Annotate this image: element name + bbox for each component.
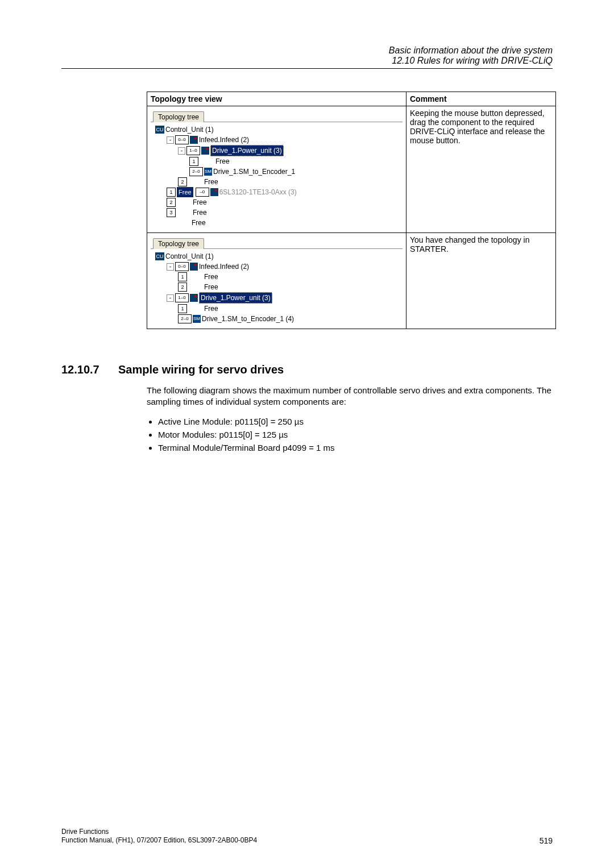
header-subtitle: 12.10 Rules for wiring with DRIVE-CLiQ bbox=[61, 56, 553, 66]
port-icon: 1 bbox=[189, 157, 198, 166]
tree-label: Free bbox=[193, 197, 207, 207]
collapse-icon[interactable]: - bbox=[167, 263, 174, 271]
footer-meta: Function Manual, (FH1), 07/2007 Edition,… bbox=[61, 836, 257, 845]
port-link-icon: 2–0 bbox=[178, 314, 192, 323]
tree-label: Free bbox=[204, 177, 218, 187]
comment-text: You have changed the topology in STARTER… bbox=[410, 235, 529, 254]
tree-label: 6SL3120-1TE13-0Axx (3) bbox=[219, 187, 297, 197]
tree-node-free[interactable]: 2 Free bbox=[155, 177, 400, 187]
port-link-icon: 0–0 bbox=[175, 135, 189, 144]
tree-node-free[interactable]: 3 Free bbox=[155, 207, 400, 218]
port-icon: 3 bbox=[167, 208, 176, 217]
col-header-tree: Topology tree view bbox=[147, 92, 406, 106]
topology-tree[interactable]: CU Control_Unit (1) - 0–0 Infeed.Infeed … bbox=[151, 122, 403, 230]
port-link-icon: 2–0 bbox=[189, 167, 203, 176]
tree-node-power-unit[interactable]: - 1–0 Drive_1.Power_unit (3) bbox=[155, 145, 400, 156]
tree-node-encoder[interactable]: 2–0 SM Drive_1.SM_to_Encoder_1 bbox=[155, 167, 400, 177]
comment-text: Keeping the mouse button depressed, drag… bbox=[410, 109, 545, 145]
comment-cell: Keeping the mouse button depressed, drag… bbox=[406, 106, 556, 233]
sensor-module-icon: SM bbox=[204, 168, 212, 176]
tree-node-free[interactable]: 1 Free bbox=[155, 156, 400, 167]
topology-tree[interactable]: CU Control_Unit (1) - 0–0 Infeed.Infeed … bbox=[151, 248, 403, 326]
tree-label: Free bbox=[204, 282, 218, 292]
sensor-module-icon: SM bbox=[193, 315, 201, 323]
section-heading: 12.10.7 Sample wiring for servo drives bbox=[61, 363, 553, 376]
port-link-icon: 1–0 bbox=[175, 293, 189, 302]
tree-label: Free bbox=[193, 207, 207, 218]
collapse-icon[interactable]: - bbox=[167, 294, 174, 302]
port-icon: 1 bbox=[178, 272, 187, 281]
tree-label: Free bbox=[215, 156, 230, 167]
port-icon: 2 bbox=[167, 198, 176, 207]
module-icon bbox=[201, 147, 209, 155]
bullet-list: Active Line Module: p0115[0] = 250 µs Mo… bbox=[147, 417, 553, 452]
page-header: Basic information about the drive system… bbox=[61, 45, 553, 66]
tree-cell: Topology tree CU Control_Unit (1) - 0–0 … bbox=[147, 106, 406, 233]
tree-node-control-unit[interactable]: CU Control_Unit (1) bbox=[155, 124, 400, 135]
port-icon: 2 bbox=[178, 283, 187, 292]
tree-label: Infeed.Infeed (2) bbox=[199, 261, 249, 272]
tree-label: Infeed.Infeed (2) bbox=[199, 135, 249, 145]
port-link-icon: 1–0 bbox=[186, 146, 200, 155]
page-number: 519 bbox=[540, 836, 553, 845]
tree-label: Drive_1.SM_to_Encoder_1 (4) bbox=[202, 314, 294, 324]
footer-title: Drive Functions bbox=[61, 828, 257, 837]
list-item: Terminal Module/Terminal Board p4099 = 1… bbox=[158, 443, 553, 452]
tree-label: Drive_1.Power_unit (3) bbox=[210, 145, 284, 156]
tree-label: Drive_1.Power_unit (3) bbox=[199, 292, 272, 304]
tree-label: Control_Unit (1) bbox=[165, 124, 214, 135]
list-item: Active Line Module: p0115[0] = 250 µs bbox=[158, 417, 553, 426]
port-icon: 1 bbox=[167, 188, 176, 197]
module-icon bbox=[190, 294, 198, 302]
topology-tree-tab[interactable]: Topology tree bbox=[153, 238, 204, 249]
module-icon bbox=[190, 136, 198, 144]
comment-cell: You have changed the topology in STARTER… bbox=[406, 233, 556, 329]
port-icon: 1 bbox=[178, 304, 187, 313]
section-intro: The following diagram shows the maximum … bbox=[147, 385, 553, 408]
tree-label: Drive_1.SM_to_Encoder_1 bbox=[213, 167, 295, 177]
tree-label: Free bbox=[204, 304, 218, 314]
tree-label: Free bbox=[204, 272, 218, 282]
tree-node-encoder[interactable]: 2–0 SM Drive_1.SM_to_Encoder_1 (4) bbox=[155, 314, 400, 324]
tree-node-free[interactable]: Free bbox=[155, 218, 400, 228]
tree-node-free[interactable]: 2 Free bbox=[155, 197, 400, 207]
header-title: Basic information about the drive system bbox=[61, 45, 553, 56]
table-row: Topology tree CU Control_Unit (1) - 0–0 … bbox=[147, 106, 556, 233]
free-badge: Free bbox=[177, 187, 193, 197]
header-rule bbox=[61, 68, 553, 69]
table-row: Topology tree CU Control_Unit (1) - 0–0 … bbox=[147, 233, 556, 329]
collapse-icon[interactable]: - bbox=[167, 136, 174, 144]
port-link-icon: –0 bbox=[196, 188, 209, 197]
section-title: Sample wiring for servo drives bbox=[118, 363, 284, 376]
module-icon bbox=[210, 188, 218, 196]
page-footer: Drive Functions Function Manual, (FH1), … bbox=[61, 828, 553, 845]
tree-node-drag-target[interactable]: 1 Free –0 6SL3120-1TE13-0Axx (3) bbox=[155, 187, 400, 197]
col-header-comment: Comment bbox=[406, 92, 556, 106]
port-link-icon: 0–0 bbox=[175, 262, 189, 271]
tree-node-control-unit[interactable]: CU Control_Unit (1) bbox=[155, 251, 400, 261]
topology-table: Topology tree view Comment Topology tree… bbox=[147, 92, 556, 329]
tree-cell: Topology tree CU Control_Unit (1) - 0–0 … bbox=[147, 233, 406, 329]
control-unit-icon: CU bbox=[155, 126, 164, 134]
tree-node-free[interactable]: 2 Free bbox=[155, 282, 400, 292]
list-item: Motor Modules: p0115[0] = 125 µs bbox=[158, 430, 553, 439]
port-icon: 2 bbox=[178, 177, 187, 186]
tree-node-free[interactable]: 1 Free bbox=[155, 272, 400, 282]
tree-node-power-unit[interactable]: - 1–0 Drive_1.Power_unit (3) bbox=[155, 292, 400, 304]
topology-tree-tab[interactable]: Topology tree bbox=[153, 111, 204, 122]
tree-label: Control_Unit (1) bbox=[165, 251, 214, 261]
collapse-icon[interactable]: - bbox=[178, 147, 185, 155]
tree-node-free[interactable]: 1 Free bbox=[155, 304, 400, 314]
control-unit-icon: CU bbox=[155, 252, 164, 260]
tree-node-infeed[interactable]: - 0–0 Infeed.Infeed (2) bbox=[155, 261, 400, 272]
tree-label: Free bbox=[192, 218, 206, 228]
module-icon bbox=[190, 263, 198, 271]
section-number: 12.10.7 bbox=[61, 363, 118, 376]
tree-node-infeed[interactable]: - 0–0 Infeed.Infeed (2) bbox=[155, 135, 400, 145]
